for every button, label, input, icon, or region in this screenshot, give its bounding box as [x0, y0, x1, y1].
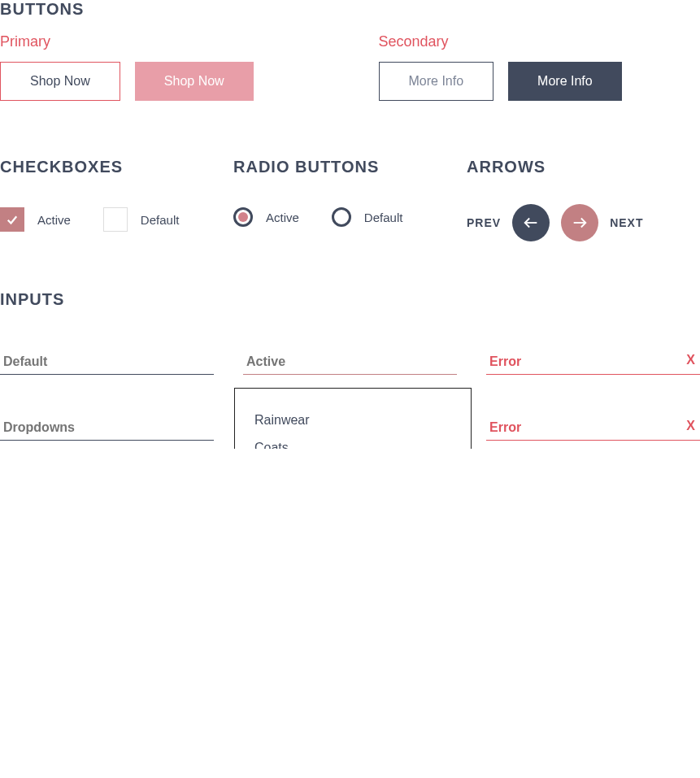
dropdown-collapsed[interactable] — [0, 415, 214, 441]
label-primary: Primary — [0, 33, 322, 50]
dropdown-error[interactable] — [486, 415, 700, 441]
next-arrow-button[interactable] — [561, 204, 598, 241]
prev-label: PREV — [467, 216, 501, 229]
dropdown-panel: RainwearCoatsDressesJacketsJeansJumpsuit… — [234, 388, 472, 449]
radio-default-label: Default — [364, 211, 403, 224]
dropdown-option[interactable]: Rainwear — [235, 406, 471, 434]
input-default[interactable] — [0, 350, 214, 375]
error-x-icon: X — [686, 353, 695, 367]
secondary-fill-button[interactable]: More Info — [508, 62, 622, 101]
arrow-right-icon — [571, 214, 589, 232]
next-label: NEXT — [610, 216, 643, 229]
section-title-checkboxes: CHECKBOXES — [0, 158, 233, 176]
section-title-buttons: BUTTONS — [0, 0, 700, 19]
radio-active[interactable] — [233, 207, 253, 227]
primary-outline-button[interactable]: Shop Now — [0, 62, 120, 101]
section-title-radio: RADIO BUTTONS — [233, 158, 467, 176]
prev-arrow-button[interactable] — [512, 204, 550, 241]
radio-default[interactable] — [332, 207, 351, 227]
input-error[interactable] — [486, 350, 700, 375]
checkbox-default[interactable] — [103, 207, 128, 232]
primary-fill-button[interactable]: Shop Now — [135, 62, 254, 101]
input-active[interactable] — [243, 350, 457, 375]
radio-dot-icon — [238, 212, 248, 222]
section-title-inputs: INPUTS — [0, 290, 700, 309]
dropdown-option[interactable]: Coats — [235, 434, 471, 449]
secondary-outline-button[interactable]: More Info — [379, 62, 494, 101]
error-x-icon: X — [686, 419, 695, 433]
section-title-arrows: ARROWS — [467, 158, 700, 176]
checkbox-active-label: Active — [37, 213, 71, 227]
arrow-left-icon — [522, 214, 540, 232]
check-icon — [5, 212, 20, 227]
checkbox-default-label: Default — [141, 213, 180, 227]
checkbox-active[interactable] — [0, 207, 24, 232]
label-secondary: Secondary — [379, 33, 701, 50]
radio-active-label: Active — [266, 211, 299, 224]
